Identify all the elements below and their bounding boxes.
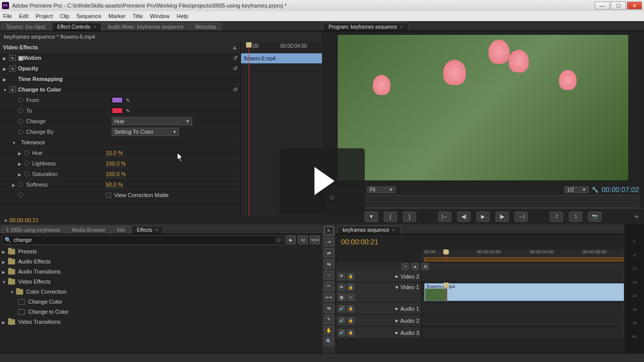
tab-program[interactable]: Program: keyframes sequence× bbox=[323, 23, 409, 31]
timeline-playhead[interactable] bbox=[446, 249, 446, 262]
add-marker-button[interactable]: ▼ bbox=[365, 212, 378, 222]
keyframe-toggle[interactable]: ◇ bbox=[347, 294, 354, 301]
close-icon[interactable]: × bbox=[155, 227, 158, 233]
snap-toggle[interactable]: ⌖ bbox=[401, 263, 409, 270]
marker-toggle[interactable]: ● bbox=[412, 263, 419, 270]
reset-icon[interactable]: ↺ bbox=[233, 55, 237, 61]
twirl-icon[interactable] bbox=[10, 289, 16, 295]
saturation-value[interactable]: 100.0 % bbox=[106, 171, 126, 177]
track-audio1[interactable]: Audio 1 bbox=[400, 306, 419, 312]
effect-item[interactable]: Change to Color bbox=[0, 307, 322, 317]
stopwatch-icon[interactable] bbox=[18, 182, 23, 187]
track-audio3[interactable]: Audio 3 bbox=[400, 330, 419, 336]
close-icon[interactable]: × bbox=[392, 227, 395, 233]
tab-audio-mixer[interactable]: Audio Mixer: keyframes sequence bbox=[102, 23, 189, 31]
menu-window[interactable]: Window bbox=[150, 13, 170, 19]
lift-button[interactable]: ⤴ bbox=[550, 212, 563, 222]
go-to-in-button[interactable]: |← bbox=[438, 212, 451, 222]
export-frame-button[interactable]: 📷 bbox=[588, 212, 601, 222]
yuv-icon[interactable]: YUV bbox=[310, 235, 320, 244]
search-input[interactable] bbox=[14, 237, 276, 243]
folder-item[interactable]: Audio Effects bbox=[0, 256, 322, 266]
speaker-icon[interactable]: 🔊 bbox=[338, 317, 345, 324]
close-button[interactable]: ✕ bbox=[627, 2, 642, 10]
folder-item[interactable]: Audio Transitions bbox=[0, 266, 322, 277]
folder-item[interactable]: Video Effects bbox=[0, 277, 322, 287]
twirl-icon[interactable] bbox=[2, 268, 8, 275]
current-timecode[interactable]: 00:00:00:21 bbox=[10, 217, 39, 223]
fx-toggle-icon[interactable]: ▶ bbox=[286, 235, 296, 244]
time-ruler[interactable]: 00:00 00:00:02:00 00:00:04:00 00:00:06:0… bbox=[422, 249, 644, 262]
lock-icon[interactable]: 🔒 bbox=[347, 305, 354, 312]
stopwatch-icon[interactable] bbox=[18, 98, 23, 103]
lightness-value[interactable]: 100.0 % bbox=[106, 160, 126, 167]
program-timecode-right[interactable]: 00:00:07:02 bbox=[602, 186, 639, 194]
clear-search-icon[interactable]: ⓧ bbox=[276, 236, 281, 244]
tab-info[interactable]: Info bbox=[111, 226, 131, 234]
timeline-clip-strip[interactable]: flowers-6.mp4 bbox=[241, 53, 322, 63]
change-dropdown[interactable]: Hue▼ bbox=[112, 117, 192, 125]
stopwatch-icon[interactable] bbox=[24, 171, 29, 176]
menu-sequence[interactable]: Sequence bbox=[76, 13, 102, 19]
clip-flowers[interactable]: flowers-6.mp4 bbox=[424, 283, 644, 301]
maximize-button[interactable]: ☐ bbox=[611, 2, 626, 10]
timeline-timecode[interactable]: 00:00:00:21 bbox=[341, 238, 378, 246]
32bit-icon[interactable]: 32 bbox=[298, 235, 308, 244]
effect-opacity[interactable]: Opacity bbox=[18, 65, 38, 71]
track-audio2[interactable]: Audio 2 bbox=[400, 318, 419, 324]
step-forward-button[interactable]: |▶ bbox=[496, 212, 509, 222]
effects-search[interactable]: 🔍 ⓧ bbox=[2, 235, 284, 245]
razor-tool[interactable]: ✂ bbox=[324, 282, 334, 291]
softness-value[interactable]: 50.0 % bbox=[106, 182, 123, 188]
selection-tool[interactable]: ↖ bbox=[324, 226, 334, 235]
view-matte-checkbox[interactable] bbox=[106, 193, 111, 198]
reset-icon[interactable]: ↺ bbox=[233, 65, 237, 72]
tab-metadata[interactable]: Metadata bbox=[190, 23, 222, 31]
pen-tool[interactable]: ✎ bbox=[324, 315, 334, 324]
extract-button[interactable]: ⤵ bbox=[569, 212, 582, 222]
stopwatch-icon[interactable] bbox=[18, 119, 23, 124]
ripple-edit-tool[interactable]: ⇄ bbox=[324, 248, 334, 257]
folder-item[interactable]: Video Transitions bbox=[0, 317, 322, 327]
menu-title[interactable]: Title bbox=[133, 13, 143, 19]
tab-sequence[interactable]: keyframes sequence× bbox=[337, 226, 400, 234]
changeby-dropdown[interactable]: Setting To Color▼ bbox=[112, 128, 179, 136]
twirl-icon[interactable] bbox=[3, 76, 9, 82]
twirl-icon[interactable] bbox=[2, 258, 8, 264]
tab-source[interactable]: Source: (no clips) bbox=[1, 23, 51, 31]
twirl-icon[interactable] bbox=[3, 86, 9, 93]
twirl-icon[interactable] bbox=[18, 160, 24, 166]
close-icon[interactable]: × bbox=[400, 24, 403, 30]
fit-dropdown[interactable]: Fit▼ bbox=[367, 187, 395, 193]
fx-icon[interactable]: fx bbox=[9, 86, 16, 93]
play-button[interactable]: ▶ bbox=[476, 212, 490, 222]
lock-icon[interactable]: 🔒 bbox=[347, 273, 354, 280]
track-video1[interactable]: Video 1 bbox=[400, 284, 419, 290]
effect-change-to-color[interactable]: Change to Color bbox=[18, 86, 61, 93]
from-color-swatch[interactable] bbox=[112, 97, 123, 103]
effect-motion[interactable]: Motion bbox=[23, 55, 41, 61]
folder-item[interactable]: Color Correction bbox=[0, 287, 322, 297]
fx-icon[interactable]: fx bbox=[9, 55, 16, 61]
stopwatch-icon[interactable] bbox=[24, 161, 29, 166]
hue-value[interactable]: 10.0 % bbox=[106, 150, 123, 156]
settings-icon[interactable]: ⚙ bbox=[422, 263, 429, 270]
rate-stretch-tool[interactable]: ↔ bbox=[324, 270, 334, 280]
twirl-icon[interactable] bbox=[18, 150, 24, 156]
lock-icon[interactable]: 🔒 bbox=[347, 317, 354, 324]
track-video2[interactable]: Video 2 bbox=[400, 274, 419, 280]
twirl-icon[interactable] bbox=[2, 248, 8, 254]
minimize-button[interactable]: — bbox=[595, 2, 610, 10]
eyedropper-icon[interactable]: ✎ bbox=[126, 98, 130, 103]
twirl-icon[interactable] bbox=[12, 139, 18, 145]
mark-in-button[interactable]: { bbox=[384, 212, 397, 222]
step-back-button[interactable]: ◀| bbox=[457, 212, 470, 222]
twirl-icon[interactable] bbox=[2, 319, 8, 325]
rolling-edit-tool[interactable]: ⇆ bbox=[324, 259, 334, 268]
twirl-icon[interactable] bbox=[2, 279, 8, 285]
menu-file[interactable]: File bbox=[3, 13, 12, 19]
twirl-icon[interactable] bbox=[18, 171, 24, 177]
twirl-icon[interactable] bbox=[3, 65, 9, 71]
tab-media-browser[interactable]: Media Browser bbox=[66, 226, 111, 234]
twirl-icon[interactable] bbox=[3, 55, 9, 61]
